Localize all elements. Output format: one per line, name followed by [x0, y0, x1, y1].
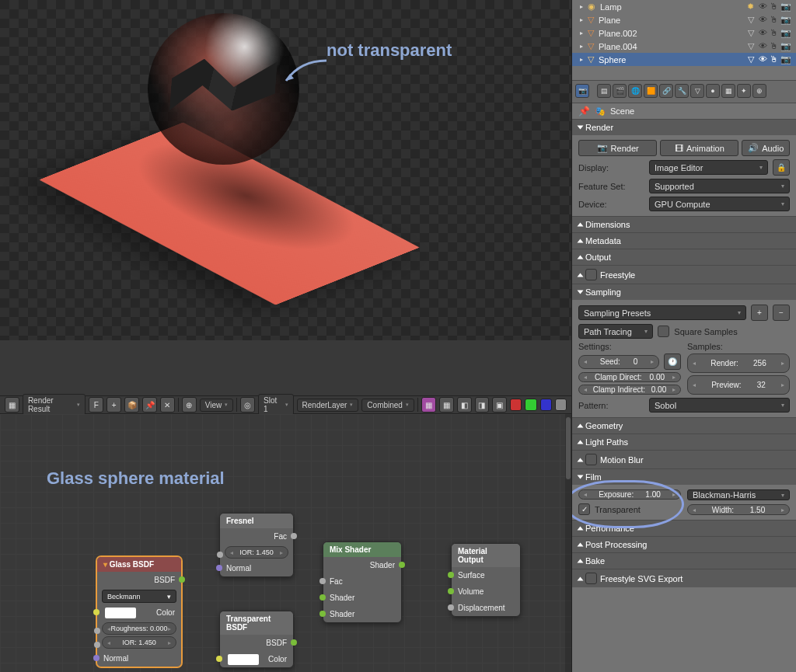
- device-select[interactable]: GPU Compute▾: [649, 197, 790, 211]
- feature-set-select[interactable]: Supported▾: [649, 179, 790, 193]
- outliner-item-plane002[interactable]: ▸▽Plane.002 ▽ 👁🖱📷: [572, 26, 796, 40]
- panel-header-film[interactable]: Film: [572, 468, 796, 485]
- filter-width-field[interactable]: ◂Width:1.50▸: [687, 504, 790, 515]
- tab-material[interactable]: ●: [706, 84, 720, 98]
- channel-b[interactable]: [540, 399, 552, 411]
- cursor-icon[interactable]: ◎: [240, 397, 255, 413]
- render-samples-field[interactable]: ◂Render:256▸: [687, 353, 790, 373]
- socket-fac-out[interactable]: Fac: [220, 528, 293, 545]
- tab-particles[interactable]: ✦: [737, 84, 751, 98]
- node-fresnel[interactable]: Fresnel Fac ◂IOR: 1.450▸ Normal: [219, 513, 294, 577]
- cursor-icon[interactable]: 🖱: [770, 2, 778, 12]
- socket-volume[interactable]: Volume: [452, 583, 520, 600]
- eye-icon[interactable]: 👁: [759, 15, 767, 25]
- integrator-select[interactable]: Path Tracing▾: [578, 324, 653, 339]
- socket-normal[interactable]: Normal: [220, 560, 293, 576]
- socket-surface[interactable]: Surface: [452, 567, 520, 583]
- tab-world[interactable]: 🌐: [628, 84, 642, 98]
- clamp-indirect-field[interactable]: ◂Clamp Indirect:0.00▸: [578, 385, 681, 395]
- panel-header-output[interactable]: Output: [572, 249, 796, 265]
- socket-shader1[interactable]: Shader: [323, 590, 401, 606]
- node-glass-bsdf[interactable]: ▾ Glass BSDF BSDF Beckmann▾ Color ◂Rough…: [96, 556, 182, 667]
- render-layer-selector[interactable]: RenderLayer▾: [297, 399, 359, 412]
- node-scrollbar[interactable]: [565, 414, 571, 672]
- tab-object[interactable]: 🟧: [644, 84, 658, 98]
- animation-button[interactable]: 🎞Animation: [660, 140, 738, 156]
- channel-g[interactable]: [525, 399, 536, 411]
- eye-icon[interactable]: 👁: [759, 28, 767, 38]
- exposure-field[interactable]: ◂Exposure:1.00▸: [578, 489, 681, 500]
- panel-header-bake[interactable]: Bake: [572, 552, 796, 569]
- socket-color[interactable]: Color: [97, 604, 181, 621]
- lock-button[interactable]: 🔒: [773, 159, 790, 176]
- socket-color[interactable]: Color: [220, 651, 293, 667]
- outliner-item-lamp[interactable]: ▸◉Lamp ✹ 👁🖱📷: [572, 0, 796, 13]
- socket-bsdf-out[interactable]: BSDF: [220, 635, 293, 651]
- channel-r[interactable]: [510, 399, 522, 411]
- view-menu[interactable]: View▾: [200, 399, 234, 412]
- tab-modifiers[interactable]: 🔧: [675, 84, 689, 98]
- socket-fac[interactable]: Fac: [323, 573, 401, 590]
- socket-shader2[interactable]: Shader: [323, 606, 401, 622]
- roughness-field[interactable]: ◂Roughness: 0.000▸: [102, 622, 176, 635]
- tab-render-layers[interactable]: ▤: [597, 84, 611, 98]
- render-button[interactable]: 📷Render: [578, 140, 657, 156]
- panel-header-performance[interactable]: Performance: [572, 520, 796, 536]
- pixel-filter-select[interactable]: Blackman-Harris▾: [687, 489, 790, 500]
- pack-button[interactable]: 📦: [124, 397, 139, 413]
- panel-header-sampling[interactable]: Sampling: [572, 284, 796, 300]
- fake-user-button[interactable]: F: [89, 397, 103, 413]
- motion-blur-checkbox[interactable]: [585, 454, 597, 465]
- panel-header-metadata[interactable]: Metadata: [572, 232, 796, 249]
- tab-render[interactable]: 📷: [575, 84, 589, 98]
- pin-icon[interactable]: 📌: [578, 106, 590, 117]
- render-pass-selector[interactable]: Combined▾: [361, 399, 414, 412]
- tab-constraints[interactable]: 🔗: [659, 84, 673, 98]
- socket-bsdf-out[interactable]: BSDF: [97, 572, 181, 588]
- ior-field[interactable]: ◂IOR: 1.450▸: [102, 636, 176, 649]
- cursor-icon[interactable]: 🖱: [770, 28, 778, 38]
- tab-physics[interactable]: ⊕: [752, 84, 766, 98]
- editor-type-icon[interactable]: ▦: [5, 397, 19, 413]
- seed-field[interactable]: ◂Seed:0▸: [578, 355, 659, 369]
- cursor-icon[interactable]: 🖱: [770, 54, 778, 64]
- square-samples-checkbox[interactable]: [658, 326, 669, 337]
- render-icon[interactable]: 📷: [780, 15, 791, 25]
- node-transparent-bsdf[interactable]: Transparent BSDF BSDF Color: [219, 611, 294, 668]
- distribution-select[interactable]: Beckmann▾: [102, 590, 176, 603]
- freestyle-checkbox[interactable]: [585, 269, 597, 280]
- eye-icon[interactable]: 👁: [759, 41, 767, 51]
- socket-normal[interactable]: Normal: [97, 650, 181, 667]
- pattern-select[interactable]: Sobol▾: [649, 398, 790, 413]
- outliner[interactable]: ▸◉Lamp ✹ 👁🖱📷 ▸▽Plane ▽ 👁🖱📷 ▸▽Plane.002 ▽…: [572, 0, 796, 80]
- eye-icon[interactable]: 👁: [759, 54, 767, 64]
- freestyle-svg-checkbox[interactable]: [585, 573, 597, 584]
- tab-scene[interactable]: 🎬: [613, 84, 627, 98]
- node-editor[interactable]: Glass sphere material ▾ Glass BSDF BSDF …: [0, 414, 571, 672]
- channel-icon-5[interactable]: ▣: [492, 397, 507, 413]
- panel-header-motion-blur[interactable]: Motion Blur: [572, 450, 796, 468]
- display-select[interactable]: Image Editor▾: [649, 160, 768, 175]
- tab-texture[interactable]: ▦: [721, 84, 735, 98]
- cursor-icon[interactable]: 🖱: [770, 15, 778, 25]
- slot-selector[interactable]: Slot 1▾: [258, 394, 294, 416]
- node-material-output[interactable]: Material Output Surface Volume Displacem…: [451, 543, 521, 617]
- render-icon[interactable]: 📷: [780, 54, 791, 64]
- channel-a[interactable]: [555, 399, 567, 411]
- panel-header-dimensions[interactable]: Dimensions: [572, 216, 796, 232]
- sampling-preset-select[interactable]: Sampling Presets▾: [578, 305, 746, 320]
- pivot-icon[interactable]: ⊕: [182, 397, 197, 413]
- node-mix-shader[interactable]: Mix Shader Shader Fac Shader Shader: [323, 541, 402, 623]
- outliner-item-plane004[interactable]: ▸▽Plane.004 ▽ 👁🖱📷: [572, 40, 796, 53]
- preset-remove[interactable]: −: [773, 305, 790, 321]
- render-icon[interactable]: 📷: [780, 41, 791, 51]
- panel-header-freestyle-svg[interactable]: Freestyle SVG Export: [572, 569, 796, 587]
- audio-button[interactable]: 🔊Audio: [742, 140, 790, 156]
- render-viewport[interactable]: not transparent: [0, 0, 571, 340]
- unlink-button[interactable]: ✕: [160, 397, 175, 413]
- preview-samples-field[interactable]: ◂Preview:32▸: [687, 375, 790, 395]
- socket-shader-out[interactable]: Shader: [323, 557, 401, 573]
- seed-clock[interactable]: 🕐: [664, 353, 681, 370]
- image-selector[interactable]: Render Result▾: [23, 394, 86, 416]
- channel-icon-2[interactable]: ▦: [439, 397, 454, 413]
